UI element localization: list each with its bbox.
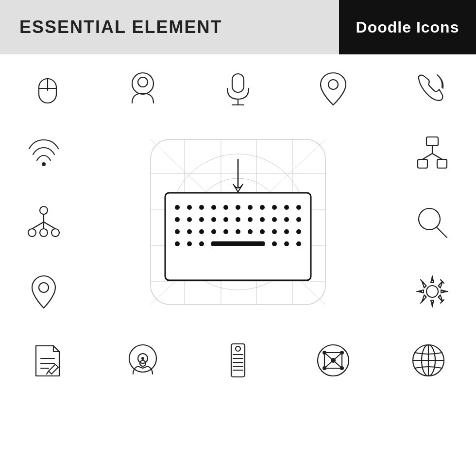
- svg-point-45: [187, 217, 192, 222]
- svg-point-57: [199, 229, 204, 234]
- smartphone-icon: [209, 331, 267, 390]
- mouse-icon: [18, 59, 77, 118]
- svg-rect-76: [437, 159, 447, 168]
- user-icon: [114, 59, 172, 118]
- svg-point-3: [132, 73, 153, 94]
- svg-rect-69: [211, 241, 265, 246]
- svg-line-16: [44, 222, 55, 229]
- svg-point-72: [296, 241, 301, 246]
- header-right: Doodle Icons: [339, 0, 476, 54]
- svg-point-11: [28, 229, 36, 237]
- svg-line-112: [324, 353, 333, 360]
- svg-line-113: [333, 353, 342, 360]
- location-pin-2-icon: [15, 262, 73, 321]
- svg-rect-5: [232, 74, 244, 92]
- svg-line-94: [47, 371, 49, 374]
- network-icon: [403, 123, 461, 182]
- keyboard-icon: [155, 149, 321, 295]
- phone-icon: [399, 59, 458, 118]
- svg-point-61: [248, 229, 253, 234]
- svg-point-58: [211, 229, 216, 234]
- microphone-icon: [209, 59, 267, 118]
- svg-point-60: [236, 229, 240, 234]
- svg-point-97: [141, 357, 144, 360]
- location-pin-icon: [304, 59, 362, 118]
- icon-row-3: [0, 331, 476, 390]
- svg-line-81: [437, 228, 447, 238]
- svg-point-38: [236, 205, 240, 210]
- svg-point-65: [296, 229, 301, 234]
- hierarchy-icon: [15, 193, 73, 251]
- svg-point-4: [138, 77, 148, 87]
- right-column: [393, 118, 471, 326]
- svg-point-100: [236, 346, 240, 351]
- svg-point-71: [284, 241, 289, 246]
- svg-point-18: [39, 283, 49, 292]
- svg-point-53: [284, 217, 289, 222]
- svg-point-51: [260, 217, 265, 222]
- svg-point-49: [236, 217, 240, 222]
- middle-section: [0, 118, 476, 326]
- document-edit-icon: [18, 331, 77, 390]
- search-icon: [403, 193, 461, 251]
- svg-line-15: [32, 222, 44, 229]
- svg-point-10: [40, 206, 48, 214]
- svg-point-33: [175, 205, 180, 210]
- svg-point-35: [199, 205, 204, 210]
- svg-point-66: [175, 241, 180, 246]
- svg-point-8: [328, 80, 338, 89]
- svg-point-54: [296, 217, 301, 222]
- settings-icon: [403, 262, 461, 321]
- svg-rect-74: [426, 137, 438, 146]
- svg-point-37: [223, 205, 228, 210]
- svg-point-62: [260, 229, 265, 234]
- page-title: ESSENTIAL ELEMENT: [19, 17, 222, 37]
- svg-point-40: [260, 205, 265, 210]
- svg-point-46: [199, 217, 204, 222]
- brand-name: Doodle Icons: [356, 18, 459, 36]
- svg-rect-75: [418, 159, 427, 168]
- cd-user-icon: [114, 331, 172, 390]
- svg-line-114: [324, 360, 333, 368]
- svg-point-41: [272, 205, 277, 210]
- header: ESSENTIAL ELEMENT Doodle Icons: [0, 0, 476, 54]
- svg-point-39: [248, 205, 253, 210]
- svg-point-67: [187, 241, 192, 246]
- svg-point-50: [248, 217, 253, 222]
- svg-point-59: [223, 229, 228, 234]
- svg-point-36: [211, 205, 216, 210]
- svg-line-115: [333, 360, 342, 368]
- svg-line-78: [423, 153, 432, 159]
- globe-icon: [399, 331, 458, 390]
- svg-point-34: [187, 205, 192, 210]
- svg-point-70: [272, 241, 277, 246]
- svg-line-79: [432, 153, 442, 159]
- svg-point-80: [419, 208, 440, 230]
- svg-point-55: [175, 229, 180, 234]
- svg-point-13: [40, 229, 48, 237]
- svg-point-12: [51, 229, 59, 237]
- svg-point-64: [284, 229, 289, 234]
- keyboard-feature: [83, 118, 393, 326]
- svg-point-82: [426, 286, 438, 297]
- svg-point-42: [284, 205, 289, 210]
- svg-point-44: [175, 217, 180, 222]
- svg-point-43: [296, 205, 301, 210]
- svg-point-68: [199, 241, 204, 246]
- svg-point-48: [223, 217, 228, 222]
- svg-rect-99: [231, 344, 245, 377]
- svg-point-63: [272, 229, 277, 234]
- feature-background: [146, 135, 330, 309]
- svg-point-9: [42, 163, 45, 166]
- icon-row-1: [0, 59, 476, 118]
- left-column: [5, 118, 83, 326]
- svg-point-47: [211, 217, 216, 222]
- globe-network-icon: [304, 331, 362, 390]
- header-left: ESSENTIAL ELEMENT: [0, 0, 339, 54]
- wifi-icon: [15, 123, 73, 182]
- svg-point-56: [187, 229, 192, 234]
- svg-point-52: [272, 217, 277, 222]
